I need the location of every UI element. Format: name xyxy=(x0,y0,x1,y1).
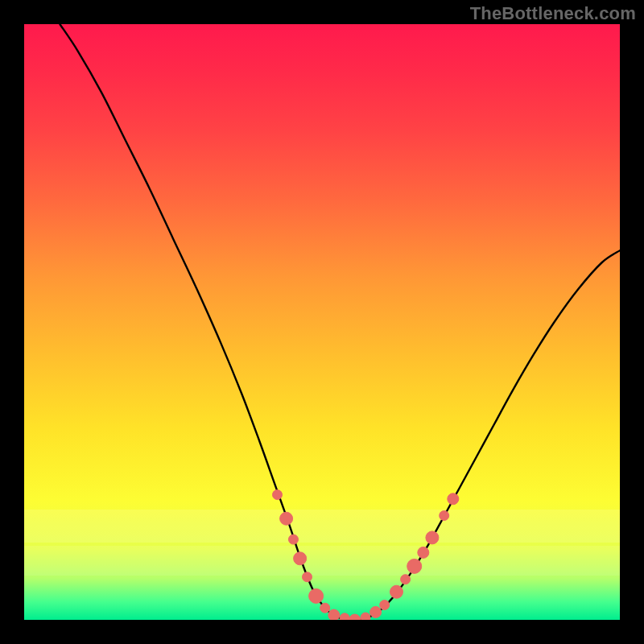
data-marker xyxy=(418,547,429,558)
chart-svg xyxy=(24,24,620,620)
data-marker xyxy=(280,512,293,525)
data-marker xyxy=(401,575,411,584)
data-marker xyxy=(288,535,298,544)
data-marker xyxy=(294,552,307,565)
data-marker xyxy=(407,559,422,573)
data-marker xyxy=(370,606,382,617)
data-marker xyxy=(390,585,403,598)
data-marker xyxy=(380,601,390,610)
data-marker xyxy=(440,511,449,521)
data-markers xyxy=(273,490,459,620)
plot-area xyxy=(24,24,620,620)
data-marker xyxy=(273,490,283,500)
data-marker xyxy=(303,572,312,582)
data-marker xyxy=(349,614,361,620)
data-marker xyxy=(320,603,330,613)
data-marker xyxy=(340,613,349,620)
watermark-text: TheBottleneck.com xyxy=(470,3,636,24)
data-marker xyxy=(328,609,340,620)
data-marker xyxy=(361,613,370,620)
bottleneck-curve xyxy=(60,24,620,620)
data-marker xyxy=(448,493,459,505)
data-marker xyxy=(309,588,324,603)
data-marker xyxy=(426,531,439,544)
